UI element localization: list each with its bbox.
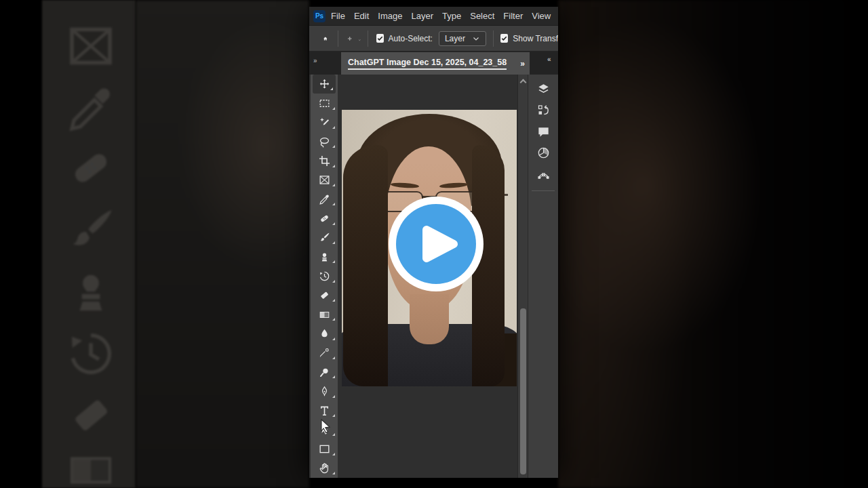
- mixer-brush-tool[interactable]: [311, 344, 338, 363]
- rectangular-marquee-tool[interactable]: [311, 94, 338, 113]
- auto-select-label: Auto-Select:: [389, 34, 433, 43]
- mouse-cursor: [319, 418, 332, 435]
- blurred-brush-icon: [62, 202, 119, 259]
- move-tool[interactable]: [313, 75, 336, 94]
- blurred-spot-healing-brush-icon: [62, 140, 119, 197]
- blurred-frame-icon: [62, 18, 119, 75]
- show-transform-label: Show Transf: [513, 34, 558, 43]
- document-tab-bar: » ChatGPT Image Dec 15, 2025, 04_23_58 »…: [309, 52, 558, 75]
- panel-collapse-chevrons[interactable]: «: [547, 56, 551, 63]
- move-tool-icon[interactable]: [347, 32, 353, 45]
- blur-tool[interactable]: [311, 324, 338, 343]
- history-brush-tool[interactable]: [311, 266, 338, 285]
- menu-type[interactable]: Type: [442, 11, 461, 21]
- layers-icon[interactable]: [536, 82, 551, 96]
- photoshop-logo[interactable]: Ps: [313, 10, 326, 22]
- history-icon[interactable]: [536, 103, 551, 117]
- object-selection-tool[interactable]: [311, 113, 338, 132]
- auto-select-target-dropdown[interactable]: Layer: [439, 31, 486, 46]
- auto-select-checkbox[interactable]: [376, 34, 384, 43]
- rectangle-tool[interactable]: [311, 439, 338, 458]
- blurred-background-canvas-left: [136, 0, 309, 488]
- color-wheel-icon[interactable]: [536, 146, 551, 160]
- right-panel-icon-bar: [528, 75, 558, 478]
- menu-bar: Ps FileEditImageLayerTypeSelectFilterVie…: [309, 7, 558, 26]
- menu-file[interactable]: File: [331, 11, 345, 21]
- menu-image[interactable]: Image: [378, 11, 402, 21]
- dodge-tool[interactable]: [311, 363, 338, 382]
- brush-tool[interactable]: [311, 228, 338, 247]
- eraser-tool[interactable]: [311, 286, 338, 305]
- menu-edit[interactable]: Edit: [354, 11, 369, 21]
- blurred-gradient-icon: [62, 442, 119, 488]
- blurred-background-toolbar: [42, 0, 136, 488]
- blurred-clone-stamp-icon: [62, 264, 119, 321]
- gradient-tool[interactable]: [311, 305, 338, 324]
- blurred-history-brush-icon: [62, 325, 119, 382]
- play-icon: [396, 204, 476, 284]
- menu-select[interactable]: Select: [470, 11, 494, 21]
- spot-healing-brush-tool[interactable]: [311, 209, 338, 228]
- menu-items: FileEditImageLayerTypeSelectFilterView: [331, 11, 551, 21]
- dropdown-value: Layer: [445, 34, 465, 43]
- vertical-scrollbar[interactable]: [517, 75, 528, 478]
- menu-layer[interactable]: Layer: [412, 11, 434, 21]
- panel-divider: [532, 190, 555, 191]
- video-frame: Ps FileEditImageLayerTypeSelectFilterVie…: [0, 0, 868, 488]
- frame-tool[interactable]: [311, 171, 338, 190]
- document-title: ChatGPT Image Dec 15, 2025, 04_23_58: [348, 58, 507, 70]
- chevron-down-icon: [472, 35, 480, 43]
- portrait-neck: [410, 294, 449, 344]
- blurred-eraser-icon: [62, 386, 119, 443]
- crop-tool[interactable]: [311, 151, 338, 170]
- clone-stamp-tool[interactable]: [311, 247, 338, 266]
- paths-icon[interactable]: [536, 167, 551, 182]
- chevron-down-icon[interactable]: [358, 35, 361, 43]
- tab-overflow-chevrons[interactable]: »: [520, 59, 524, 68]
- portrait-hair: [343, 145, 388, 386]
- menu-view[interactable]: View: [532, 11, 551, 21]
- video-play-button[interactable]: [389, 197, 484, 291]
- comments-icon[interactable]: [536, 125, 551, 139]
- hand-tool[interactable]: [311, 459, 338, 478]
- menu-filter[interactable]: Filter: [503, 11, 523, 21]
- tools-panel: [311, 75, 338, 478]
- lasso-tool[interactable]: [311, 132, 338, 151]
- pen-tool[interactable]: [311, 382, 338, 401]
- show-transform-checkbox[interactable]: [500, 34, 508, 43]
- blurred-eyedropper-icon: [62, 81, 119, 138]
- type-tool[interactable]: [311, 401, 338, 420]
- blurred-background-portrait-right: [558, 0, 868, 488]
- home-icon[interactable]: [323, 32, 328, 45]
- toolbar-expand-chevrons[interactable]: »: [313, 57, 317, 64]
- scrollbar-thumb[interactable]: [520, 308, 526, 474]
- scroll-up-arrow-icon[interactable]: [520, 79, 527, 86]
- options-bar: Auto-Select: Layer Show Transf: [309, 26, 558, 52]
- eyedropper-tool[interactable]: [311, 190, 338, 209]
- document-tab[interactable]: ChatGPT Image Dec 15, 2025, 04_23_58 »: [341, 52, 530, 75]
